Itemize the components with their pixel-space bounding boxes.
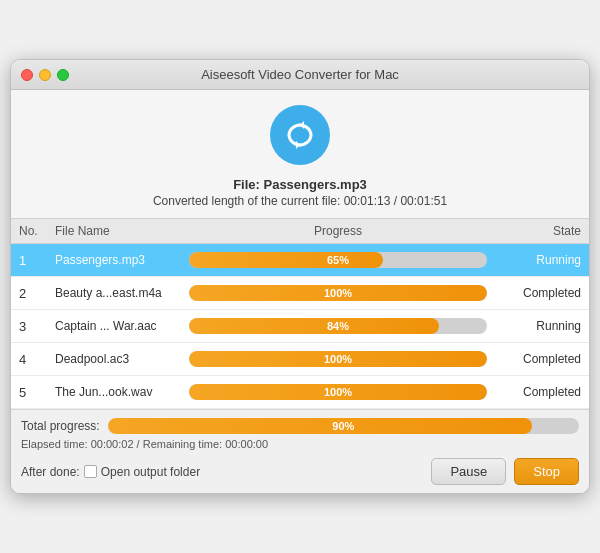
progress-bar: 84% [189,318,487,334]
titlebar: Aiseesoft Video Converter for Mac [11,60,589,90]
row-progress: 100% [185,351,491,367]
row-state: Completed [491,385,581,399]
total-progress-bar: 90% [108,418,579,434]
col-header-no: No. [19,224,55,238]
convert-icon-circle [270,105,330,165]
row-number: 2 [19,286,55,301]
row-state: Completed [491,286,581,300]
col-header-state: State [491,224,581,238]
row-number: 1 [19,253,55,268]
window-title: Aiseesoft Video Converter for Mac [201,67,399,82]
table-row[interactable]: 1 Passengers.mp3 65% Running [11,244,589,277]
row-filename: Deadpool.ac3 [55,352,185,366]
after-done-open-label: Open output folder [101,465,200,479]
progress-label: 100% [189,285,487,301]
progress-bar: 65% [189,252,487,268]
total-progress-row: Total progress: 90% [21,418,579,434]
table-header: No. File Name Progress State [11,218,589,244]
main-window: Aiseesoft Video Converter for Mac File: … [10,59,590,494]
progress-label: 100% [189,351,487,367]
col-header-progress: Progress [185,224,491,238]
maximize-button[interactable] [57,69,69,81]
elapsed-row: Elapsed time: 00:00:02 / Remaining time:… [21,438,579,450]
row-filename: Beauty a...east.m4a [55,286,185,300]
progress-label: 84% [189,318,487,334]
pause-button[interactable]: Pause [431,458,506,485]
table-row[interactable]: 2 Beauty a...east.m4a 100% Completed [11,277,589,310]
row-filename: Passengers.mp3 [55,253,185,267]
table-row[interactable]: 3 Captain ... War.aac 84% Running [11,310,589,343]
progress-bar: 100% [189,384,487,400]
total-label: Total progress: [21,419,100,433]
after-done-row: After done: Open output folder [21,465,200,479]
row-number: 5 [19,385,55,400]
close-button[interactable] [21,69,33,81]
progress-label: 100% [189,384,487,400]
bottom-section: Total progress: 90% Elapsed time: 00:00:… [11,409,589,493]
table-row[interactable]: 5 The Jun...ook.wav 100% Completed [11,376,589,409]
row-progress: 84% [185,318,491,334]
row-progress: 100% [185,285,491,301]
table-row[interactable]: 4 Deadpool.ac3 100% Completed [11,343,589,376]
bottom-buttons: Pause Stop [431,458,579,485]
file-info: File: Passengers.mp3 [11,173,589,194]
row-state: Completed [491,352,581,366]
icon-area [11,90,589,173]
row-progress: 65% [185,252,491,268]
row-filename: Captain ... War.aac [55,319,185,333]
row-filename: The Jun...ook.wav [55,385,185,399]
row-state: Running [491,253,581,267]
col-header-filename: File Name [55,224,185,238]
traffic-lights [21,69,69,81]
total-bar-text: 90% [108,418,579,434]
table-body: 1 Passengers.mp3 65% Running 2 Beauty a.… [11,244,589,409]
after-done-checkbox[interactable] [84,465,97,478]
file-duration: Converted length of the current file: 00… [11,194,589,218]
convert-icon [282,117,318,153]
row-state: Running [491,319,581,333]
stop-button[interactable]: Stop [514,458,579,485]
row-progress: 100% [185,384,491,400]
bottom-row: After done: Open output folder Pause Sto… [21,458,579,485]
row-number: 4 [19,352,55,367]
progress-bar: 100% [189,285,487,301]
progress-bar: 100% [189,351,487,367]
minimize-button[interactable] [39,69,51,81]
row-number: 3 [19,319,55,334]
progress-label: 65% [189,252,487,268]
after-done-label: After done: [21,465,80,479]
